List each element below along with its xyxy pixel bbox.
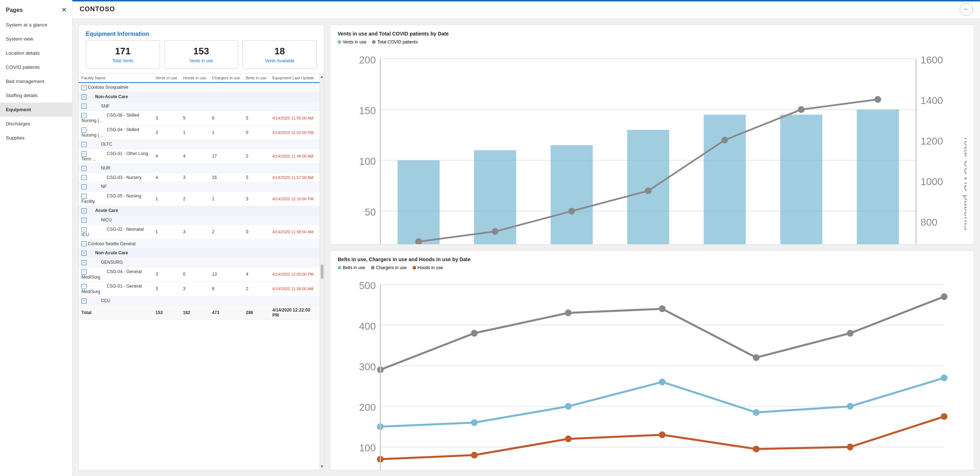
expand-icon[interactable]: − bbox=[81, 251, 86, 256]
expand-icon[interactable]: − bbox=[81, 175, 86, 180]
svg-point-71 bbox=[753, 409, 760, 416]
update-cell bbox=[269, 215, 320, 225]
hoods-cell: 4 bbox=[180, 149, 209, 163]
expand-icon[interactable]: − bbox=[81, 94, 86, 100]
facility-cell: −CSG-05 - Nursing Facility bbox=[78, 192, 153, 206]
table-row: −CSG-06 - Skilled Nursing (…35654/14/202… bbox=[78, 111, 320, 125]
chargers-cell: 2 bbox=[209, 225, 243, 239]
hoods-cell bbox=[180, 215, 209, 225]
svg-text:800: 800 bbox=[921, 217, 938, 228]
facility-name: CSG-02 - Neonatal ICU bbox=[81, 227, 144, 237]
sidebar-item-equipment[interactable]: Equipment bbox=[0, 102, 72, 117]
expand-icon[interactable]: − bbox=[81, 104, 86, 109]
expand-icon[interactable]: − bbox=[81, 227, 86, 232]
scroll-down-icon[interactable]: ▼ bbox=[320, 465, 324, 468]
vents-cell bbox=[153, 182, 180, 192]
hoods-cell: 3 bbox=[180, 173, 209, 182]
facility-cell: −Contoso Snoqualmie bbox=[78, 83, 153, 92]
update-cell bbox=[269, 101, 320, 111]
expand-icon[interactable]: − bbox=[81, 299, 86, 303]
metric-value: 153 bbox=[168, 46, 234, 57]
scroll-up-icon[interactable]: ▲ bbox=[320, 75, 324, 78]
expand-icon[interactable]: − bbox=[81, 184, 86, 190]
expand-icon[interactable]: − bbox=[81, 142, 86, 147]
chargers-cell bbox=[209, 182, 243, 192]
sidebar-item-bed-management[interactable]: Bed management bbox=[0, 74, 72, 88]
expand-icon[interactable]: − bbox=[81, 128, 86, 133]
svg-point-64 bbox=[753, 354, 760, 361]
sidebar-item-covid-patients[interactable]: COVID patients bbox=[0, 60, 72, 74]
update-cell: 4/14/2020 11:58:00 AM bbox=[269, 225, 320, 239]
hoods-cell bbox=[180, 140, 209, 149]
col-header-last_update: Equipment Last Update bbox=[269, 73, 320, 83]
hoods-cell: 1 bbox=[180, 125, 209, 140]
equipment-table: Facility NameVents in useHoods in useCha… bbox=[78, 73, 320, 320]
expand-icon[interactable]: − bbox=[81, 152, 86, 157]
svg-point-26 bbox=[645, 187, 652, 194]
sidebar-item-discharges[interactable]: Discharges bbox=[0, 117, 72, 131]
back-button[interactable]: ← bbox=[960, 3, 973, 16]
sidebar-item-system-at-glance[interactable]: System at a glance bbox=[0, 18, 72, 32]
table-row: −SNF bbox=[78, 101, 320, 111]
total-chargers: 473 bbox=[209, 305, 243, 319]
chargers-cell: 16 bbox=[209, 173, 243, 182]
facility-cell: −GENSURG bbox=[78, 258, 153, 267]
svg-text:1600: 1600 bbox=[921, 54, 943, 65]
belts-cell bbox=[243, 206, 270, 216]
facility-name: GENSURG bbox=[88, 260, 123, 265]
belts-chargers-hoods-chart-title: Belts in use, Chargers in use and Hoods … bbox=[338, 257, 967, 262]
facility-cell: −NICU bbox=[78, 215, 153, 225]
expand-icon[interactable]: − bbox=[81, 260, 86, 265]
sidebar-item-location-details[interactable]: Location details bbox=[0, 46, 72, 60]
facility-cell: −CSG-03 - Nursery bbox=[78, 173, 153, 182]
facility-name: Non-Acute Care bbox=[88, 250, 128, 256]
expand-icon[interactable]: − bbox=[81, 194, 86, 199]
svg-point-27 bbox=[721, 137, 728, 144]
table-row: −NF bbox=[78, 182, 320, 192]
chargers-cell bbox=[209, 258, 243, 267]
metric-cards: 171Total Vents153Vents in use18Vents Ava… bbox=[78, 40, 324, 73]
legend-dot bbox=[412, 266, 416, 270]
facility-name: Contoso Seattle General bbox=[88, 241, 135, 246]
scroll-thumb[interactable] bbox=[321, 264, 323, 279]
expand-icon[interactable]: − bbox=[81, 218, 86, 223]
svg-point-28 bbox=[798, 106, 805, 113]
expand-icon[interactable]: − bbox=[81, 113, 86, 118]
expand-icon[interactable]: − bbox=[81, 284, 86, 289]
expand-icon[interactable]: − bbox=[81, 208, 86, 213]
expand-icon[interactable]: − bbox=[81, 166, 86, 171]
total-row: Total1531824732864/14/2020 12:22:00 PM bbox=[78, 305, 320, 319]
svg-point-73 bbox=[941, 375, 948, 382]
table-row: −Contoso Snoqualmie bbox=[78, 83, 320, 92]
legend-dot bbox=[372, 40, 375, 44]
belts-cell bbox=[243, 140, 270, 149]
scrollbar: ▲ ▼ bbox=[320, 73, 324, 470]
svg-text:300: 300 bbox=[359, 361, 376, 372]
expand-icon[interactable]: − bbox=[81, 270, 86, 275]
table-row: −Non-Acute Care bbox=[78, 92, 320, 101]
close-icon[interactable]: ✕ bbox=[62, 6, 66, 13]
hoods-cell bbox=[180, 163, 209, 173]
metric-value: 18 bbox=[247, 46, 313, 57]
sidebar-items: System at a glanceSystem viewLocation de… bbox=[0, 18, 72, 145]
sidebar-item-supplies[interactable]: Supplies bbox=[0, 131, 72, 145]
equipment-table-container[interactable]: Facility NameVents in useHoods in useCha… bbox=[78, 73, 320, 470]
metric-card-vents-in-use: 153Vents in use bbox=[164, 40, 239, 69]
facility-cell: −Acute Care bbox=[78, 206, 153, 216]
facility-name: Contoso Snoqualmie bbox=[88, 85, 128, 90]
expand-icon[interactable]: − bbox=[81, 85, 86, 90]
expand-icon[interactable]: − bbox=[81, 241, 86, 246]
chargers-cell bbox=[209, 140, 243, 149]
vents-cell bbox=[153, 249, 180, 258]
svg-point-78 bbox=[753, 446, 760, 452]
svg-rect-22 bbox=[857, 109, 899, 244]
facility-cell: −NF bbox=[78, 182, 153, 192]
belts-cell bbox=[243, 215, 270, 225]
sidebar-item-system-view[interactable]: System view bbox=[0, 32, 72, 46]
sidebar-item-staffing-details[interactable]: Staffing details bbox=[0, 88, 72, 102]
facility-name: CSG-06 - Skilled Nursing (… bbox=[81, 113, 139, 123]
table-row: −Acute Care bbox=[78, 206, 320, 216]
legend-item: Total COVID patients bbox=[372, 40, 418, 45]
vents-cell: 1 bbox=[153, 192, 180, 206]
vents-covid-legend: Vents in useTotal COVID patients bbox=[338, 40, 967, 45]
